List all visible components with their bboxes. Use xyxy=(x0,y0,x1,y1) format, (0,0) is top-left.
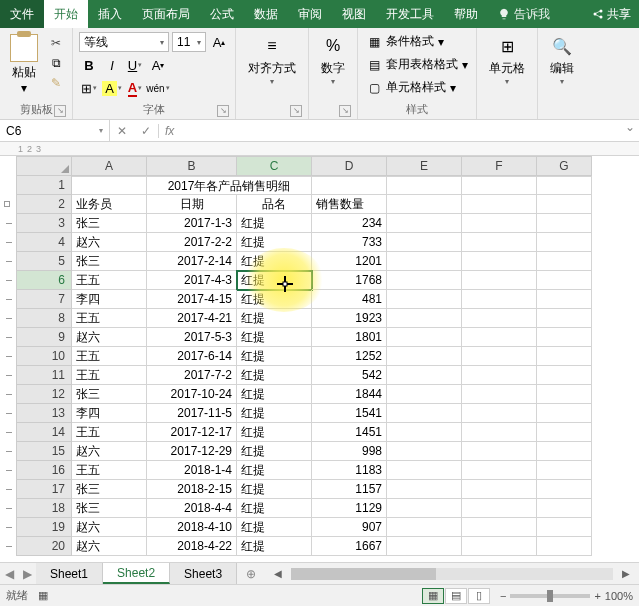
cell-B9[interactable]: 2017-5-3 xyxy=(147,328,237,347)
name-box[interactable]: C6▾ xyxy=(0,120,110,141)
cell-B10[interactable]: 2017-6-14 xyxy=(147,347,237,366)
cell-D10[interactable]: 1252 xyxy=(312,347,387,366)
cell-A19[interactable]: 赵六 xyxy=(72,518,147,537)
cell-F19[interactable] xyxy=(462,518,537,537)
phonetic-button[interactable]: wén▾ xyxy=(148,78,168,98)
cell-E14[interactable] xyxy=(387,423,462,442)
cell-G8[interactable] xyxy=(537,309,592,328)
cell-G4[interactable] xyxy=(537,233,592,252)
cell-D8[interactable]: 1923 xyxy=(312,309,387,328)
row-head-18[interactable]: 18 xyxy=(16,499,72,518)
cell-C10[interactable]: 红提 xyxy=(237,347,312,366)
menu-tab-4[interactable]: 数据 xyxy=(244,0,288,28)
cell-B12[interactable]: 2017-10-24 xyxy=(147,385,237,404)
alignment-button[interactable]: ≡ 对齐方式▾ xyxy=(242,32,302,88)
cell-F16[interactable] xyxy=(462,461,537,480)
cell-F18[interactable] xyxy=(462,499,537,518)
cell-styles-button[interactable]: ▢单元格样式 ▾ xyxy=(364,78,458,97)
cell-B7[interactable]: 2017-4-15 xyxy=(147,290,237,309)
sheet-nav-prev[interactable]: ◀ xyxy=(0,567,18,581)
cell-C20[interactable]: 红提 xyxy=(237,537,312,556)
sheet-tab-sheet1[interactable]: Sheet1 xyxy=(36,563,103,584)
cell-title[interactable]: 2017年各产品销售明细 xyxy=(147,176,312,195)
hscroll-left[interactable]: ◀ xyxy=(271,567,285,581)
menu-share[interactable]: 共享 xyxy=(584,0,639,28)
cell-A2[interactable]: 业务员 xyxy=(72,195,147,214)
cell-F17[interactable] xyxy=(462,480,537,499)
table-format-button[interactable]: ▤套用表格格式 ▾ xyxy=(364,55,470,74)
align-launcher[interactable]: ↘ xyxy=(290,105,302,117)
cell-A20[interactable]: 赵六 xyxy=(72,537,147,556)
cell-B20[interactable]: 2018-4-22 xyxy=(147,537,237,556)
cell-D13[interactable]: 1541 xyxy=(312,404,387,423)
cell-A6[interactable]: 王五 xyxy=(72,271,147,290)
cell-A3[interactable]: 张三 xyxy=(72,214,147,233)
row-head-12[interactable]: 12 xyxy=(16,385,72,404)
cell-B15[interactable]: 2017-12-29 xyxy=(147,442,237,461)
cell-E7[interactable] xyxy=(387,290,462,309)
cell-A13[interactable]: 李四 xyxy=(72,404,147,423)
cell-A1[interactable] xyxy=(72,176,147,195)
record-macro-icon[interactable]: ▦ xyxy=(38,589,48,602)
cell-G5[interactable] xyxy=(537,252,592,271)
cancel-fx-button[interactable]: ✕ xyxy=(110,124,134,138)
cell-B3[interactable]: 2017-1-3 xyxy=(147,214,237,233)
cell-B4[interactable]: 2017-2-2 xyxy=(147,233,237,252)
cell-B5[interactable]: 2017-2-14 xyxy=(147,252,237,271)
cell-C14[interactable]: 红提 xyxy=(237,423,312,442)
cell-C5[interactable]: 红提 xyxy=(237,252,312,271)
row-head-5[interactable]: 5 xyxy=(16,252,72,271)
cell-B14[interactable]: 2017-12-17 xyxy=(147,423,237,442)
fx-icon[interactable]: fx xyxy=(158,124,180,138)
cell-A10[interactable]: 王五 xyxy=(72,347,147,366)
cell-G17[interactable] xyxy=(537,480,592,499)
cell-C13[interactable]: 红提 xyxy=(237,404,312,423)
cell-D20[interactable]: 1667 xyxy=(312,537,387,556)
row-head-10[interactable]: 10 xyxy=(16,347,72,366)
zoom-level[interactable]: 100% xyxy=(605,590,633,602)
menu-tab-6[interactable]: 视图 xyxy=(332,0,376,28)
row-head-9[interactable]: 9 xyxy=(16,328,72,347)
cell-A7[interactable]: 李四 xyxy=(72,290,147,309)
cell-E8[interactable] xyxy=(387,309,462,328)
cell-C16[interactable]: 红提 xyxy=(237,461,312,480)
col-head-F[interactable]: F xyxy=(462,156,537,176)
cell-E10[interactable] xyxy=(387,347,462,366)
cell-G12[interactable] xyxy=(537,385,592,404)
menu-tab-2[interactable]: 页面布局 xyxy=(132,0,200,28)
cell-F7[interactable] xyxy=(462,290,537,309)
cell-B2[interactable]: 日期 xyxy=(147,195,237,214)
cell-G15[interactable] xyxy=(537,442,592,461)
cell-C2[interactable]: 品名 xyxy=(237,195,312,214)
cell-F11[interactable] xyxy=(462,366,537,385)
cell-F14[interactable] xyxy=(462,423,537,442)
cell-A9[interactable]: 赵六 xyxy=(72,328,147,347)
cell-B8[interactable]: 2017-4-21 xyxy=(147,309,237,328)
sheet-tab-sheet2[interactable]: Sheet2 xyxy=(103,563,170,584)
cell-C8[interactable]: 红提 xyxy=(237,309,312,328)
cell-D14[interactable]: 1451 xyxy=(312,423,387,442)
format-painter-button[interactable]: ✎ xyxy=(46,74,66,92)
paste-button[interactable]: 粘贴▾ xyxy=(6,32,42,97)
row-head-13[interactable]: 13 xyxy=(16,404,72,423)
row-head-8[interactable]: 8 xyxy=(16,309,72,328)
cell-G13[interactable] xyxy=(537,404,592,423)
cell-B13[interactable]: 2017-11-5 xyxy=(147,404,237,423)
cell-D17[interactable]: 1157 xyxy=(312,480,387,499)
cell-D5[interactable]: 1201 xyxy=(312,252,387,271)
cell-C9[interactable]: 红提 xyxy=(237,328,312,347)
cell-E18[interactable] xyxy=(387,499,462,518)
view-normal-button[interactable]: ▦ xyxy=(422,588,444,604)
cell-E12[interactable] xyxy=(387,385,462,404)
row-head-14[interactable]: 14 xyxy=(16,423,72,442)
cell-C3[interactable]: 红提 xyxy=(237,214,312,233)
cell-E11[interactable] xyxy=(387,366,462,385)
cell-E13[interactable] xyxy=(387,404,462,423)
cell-F1[interactable] xyxy=(462,176,537,195)
add-sheet-button[interactable]: ⊕ xyxy=(237,563,265,584)
cell-E3[interactable] xyxy=(387,214,462,233)
cell-D19[interactable]: 907 xyxy=(312,518,387,537)
cell-D12[interactable]: 1844 xyxy=(312,385,387,404)
italic-button[interactable]: I xyxy=(102,55,122,75)
font-launcher[interactable]: ↘ xyxy=(217,105,229,117)
